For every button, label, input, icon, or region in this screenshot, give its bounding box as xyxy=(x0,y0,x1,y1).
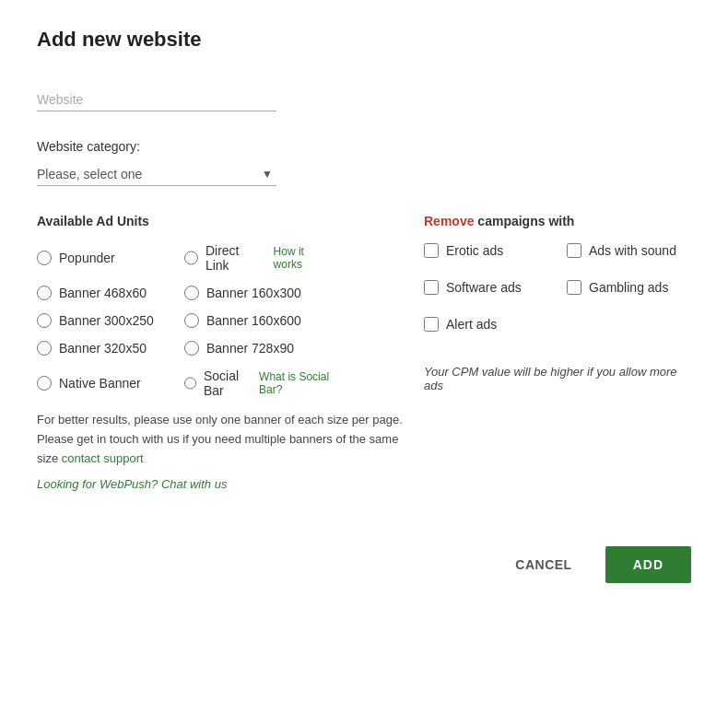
remove-campaigns-title: Remove campaigns with xyxy=(424,214,691,228)
banner160x300-option[interactable]: Banner 160x300 xyxy=(184,286,332,300)
banner468-option[interactable]: Banner 468x60 xyxy=(37,286,184,300)
contact-support-link[interactable]: contact support xyxy=(62,451,144,465)
banner468-radio[interactable] xyxy=(37,286,52,300)
socialbar-label: Social Bar xyxy=(204,368,248,398)
socialbar-option[interactable]: Social Bar What is Social Bar? xyxy=(184,368,332,398)
popunder-label: Popunder xyxy=(59,251,115,265)
software-ads-label: Software ads xyxy=(446,280,522,295)
software-ads-checkbox[interactable] xyxy=(424,280,439,295)
ad-units-title: Available Ad Units xyxy=(37,214,405,228)
erotic-ads-row: Erotic ads xyxy=(424,243,548,258)
banner320-label: Banner 320x50 xyxy=(59,341,147,356)
banner728-radio[interactable] xyxy=(184,341,199,356)
how-it-works-link[interactable]: How it works xyxy=(274,245,332,271)
direct-link-radio[interactable] xyxy=(184,251,198,265)
campaigns-with-label: campaigns with xyxy=(474,214,574,228)
ads-with-sound-checkbox[interactable] xyxy=(567,243,581,258)
remove-label: Remove xyxy=(424,214,474,228)
banner300-label: Banner 300x250 xyxy=(59,313,154,328)
ads-with-sound-row: Ads with sound xyxy=(567,243,691,258)
category-select-wrapper[interactable]: Please, select one News Entertainment Te… xyxy=(37,163,276,186)
banner-note-line1: For better results, please use only one … xyxy=(37,413,403,426)
banner320-radio[interactable] xyxy=(37,341,52,356)
banner160x300-label: Banner 160x300 xyxy=(206,286,301,300)
software-ads-row: Software ads xyxy=(424,280,548,295)
cpm-note: Your CPM value will be higher if you all… xyxy=(424,365,691,392)
remove-checkboxes-grid: Erotic ads Ads with sound Software ads G… xyxy=(424,243,691,346)
alert-ads-row: Alert ads xyxy=(424,317,548,332)
website-input-section xyxy=(37,88,691,111)
button-row: CANCEL ADD xyxy=(37,546,691,583)
remove-campaigns-section: Remove campaigns with Erotic ads Ads wit… xyxy=(424,214,691,491)
native-option[interactable]: Native Banner xyxy=(37,376,184,391)
erotic-ads-checkbox[interactable] xyxy=(424,243,439,258)
banner468-label: Banner 468x60 xyxy=(59,286,147,300)
page-title: Add new website xyxy=(37,28,691,52)
banner728-label: Banner 728x90 xyxy=(206,341,294,356)
banner160x600-option[interactable]: Banner 160x600 xyxy=(184,313,332,328)
ad-unit-row-2: Banner 468x60 Banner 160x300 xyxy=(37,286,405,300)
socialbar-radio[interactable] xyxy=(184,376,196,391)
ad-unit-row-1: Popunder Direct Link How it works xyxy=(37,243,405,273)
gambling-ads-label: Gambling ads xyxy=(589,280,668,295)
banner160x600-label: Banner 160x600 xyxy=(206,313,301,328)
ad-units-section: Available Ad Units Popunder Direct Link … xyxy=(37,214,405,491)
ad-unit-row-3: Banner 300x250 Banner 160x600 xyxy=(37,313,405,328)
popunder-radio[interactable] xyxy=(37,251,52,265)
alert-ads-label: Alert ads xyxy=(446,317,497,332)
native-label: Native Banner xyxy=(59,376,141,391)
add-button[interactable]: ADD xyxy=(605,546,691,583)
cancel-button[interactable]: CANCEL xyxy=(497,546,590,583)
popunder-option[interactable]: Popunder xyxy=(37,251,184,265)
direct-link-option[interactable]: Direct Link How it works xyxy=(184,243,332,273)
webpush-link[interactable]: Looking for WebPush? Chat with us xyxy=(37,477,405,491)
gambling-ads-row: Gambling ads xyxy=(567,280,691,295)
banner160x300-radio[interactable] xyxy=(184,286,199,300)
category-label: Website category: xyxy=(37,139,691,154)
banner728-option[interactable]: Banner 728x90 xyxy=(184,341,332,356)
main-content-area: Available Ad Units Popunder Direct Link … xyxy=(37,214,691,491)
banner-note: For better results, please use only one … xyxy=(37,411,405,468)
banner160x600-radio[interactable] xyxy=(184,313,199,328)
category-section: Website category: Please, select one New… xyxy=(37,139,691,186)
website-input[interactable] xyxy=(37,88,276,111)
category-select[interactable]: Please, select one News Entertainment Te… xyxy=(37,167,276,181)
direct-link-label: Direct Link xyxy=(205,243,263,273)
erotic-ads-label: Erotic ads xyxy=(446,243,503,258)
social-bar-info-link[interactable]: What is Social Bar? xyxy=(259,370,332,396)
banner320-option[interactable]: Banner 320x50 xyxy=(37,341,184,356)
alert-ads-checkbox[interactable] xyxy=(424,317,439,332)
gambling-ads-checkbox[interactable] xyxy=(567,280,581,295)
ads-with-sound-label: Ads with sound xyxy=(589,243,676,258)
banner300-radio[interactable] xyxy=(37,313,52,328)
ad-unit-row-4: Banner 320x50 Banner 728x90 xyxy=(37,341,405,356)
ad-unit-row-5: Native Banner Social Bar What is Social … xyxy=(37,368,405,398)
banner300-option[interactable]: Banner 300x250 xyxy=(37,313,184,328)
native-radio[interactable] xyxy=(37,376,52,391)
